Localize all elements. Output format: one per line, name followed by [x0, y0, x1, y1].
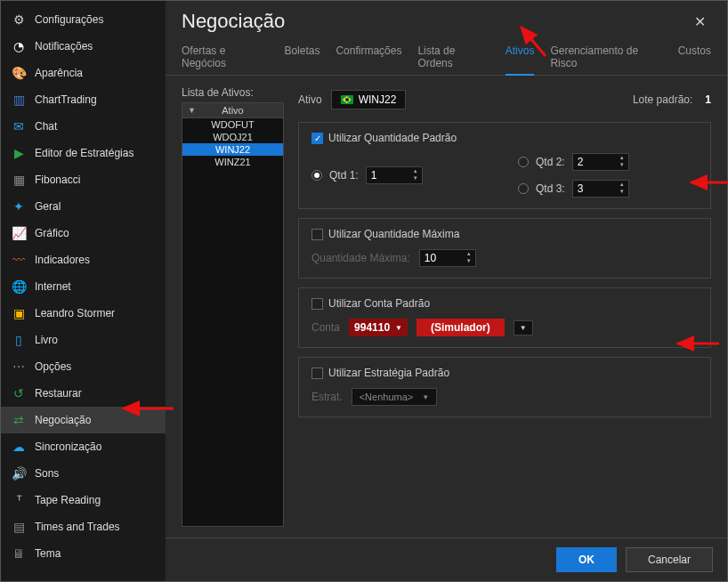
sidebar-item-tema[interactable]: 🖥Tema	[1, 540, 166, 567]
tab-boletas[interactable]: Boletas	[284, 44, 320, 75]
use-max-label: Utilizar Quantidade Máxima	[328, 228, 459, 240]
group-account: Utilizar Conta Padrão Conta 994110 ▼ (Si…	[298, 287, 711, 348]
tab-custos[interactable]: Custos	[678, 44, 711, 75]
negotiation-icon: ⇄	[12, 413, 26, 427]
stormer-icon: ▣	[12, 306, 26, 320]
account-extra-combo[interactable]: ▼	[514, 320, 533, 335]
asset-list-header[interactable]: ▼ Ativo	[182, 103, 283, 118]
qtd3-radio[interactable]	[518, 183, 529, 194]
qtd3-input[interactable]: ▲▼	[572, 180, 629, 198]
spin-down-icon[interactable]: ▼	[616, 161, 628, 168]
sidebar-item-label: Livro	[35, 334, 58, 346]
account-combo[interactable]: 994110 ▼	[349, 319, 408, 336]
strat-combo[interactable]: <Nenhuma> ▼	[352, 388, 437, 406]
sidebar-item-label: Notificações	[35, 40, 93, 53]
sidebar-item-aparência[interactable]: 🎨Aparência	[1, 60, 166, 86]
sidebar-item-geral[interactable]: ✦Geral	[1, 193, 166, 220]
qtd1-label: Qtd 1:	[329, 169, 359, 182]
account-type-chip[interactable]: (Simulador)	[417, 319, 505, 336]
qtd2-radio[interactable]	[518, 157, 529, 167]
graph-icon: 📈	[12, 226, 26, 240]
sidebar-item-notificações[interactable]: ◔Notificações	[1, 33, 166, 60]
asset-row[interactable]: WINJ22	[182, 143, 283, 156]
sidebar-item-gráfico[interactable]: 📈Gráfico	[1, 220, 166, 247]
sidebar-item-fibonacci[interactable]: ▦Fibonacci	[1, 166, 166, 193]
sidebar-item-label: Sincronização	[35, 441, 101, 453]
restore-icon: ↺	[12, 386, 26, 400]
asset-list-panel: Lista de Ativos: ▼ Ativo WDOFUTWDOJ21WIN…	[182, 86, 284, 527]
sidebar-item-negociação[interactable]: ⇄Negociação	[1, 407, 166, 433]
sidebar-item-sons[interactable]: 🔊Sons	[1, 460, 166, 487]
sidebar: ⚙Configurações◔Notificações🎨Aparência▥Ch…	[1, 1, 166, 581]
spin-up-icon[interactable]: ▲	[463, 250, 475, 257]
qtd1-input[interactable]: ▲▼	[366, 166, 423, 184]
spin-up-icon[interactable]: ▲	[616, 181, 628, 188]
qtd1-radio[interactable]	[311, 170, 322, 181]
palette-icon: 🎨	[12, 66, 26, 80]
sidebar-item-times-and-trades[interactable]: ▤Times and Trades	[1, 513, 166, 540]
sidebar-item-configurações[interactable]: ⚙Configurações	[1, 6, 166, 33]
lote-value: 1	[705, 93, 711, 106]
sidebar-item-label: Leandro Stormer	[35, 307, 115, 319]
sidebar-item-restaurar[interactable]: ↺Restaurar	[1, 380, 166, 407]
fibonacci-icon: ▦	[12, 173, 26, 187]
use-qty-checkbox[interactable]: ✓	[311, 133, 323, 144]
sidebar-item-label: Editor de Estratégias	[35, 147, 133, 159]
sidebar-item-label: Tema	[35, 547, 61, 560]
chat-icon: ✉	[12, 119, 26, 133]
lote-label: Lote padrão:	[633, 93, 692, 106]
sidebar-item-label: Restaurar	[35, 387, 82, 400]
asset-list-label: Lista de Ativos:	[182, 86, 284, 99]
sidebar-item-label: Negociação	[35, 414, 91, 426]
asset-row[interactable]: WDOJ21	[182, 131, 283, 143]
sidebar-item-internet[interactable]: 🌐Internet	[1, 273, 166, 300]
spin-down-icon[interactable]: ▼	[463, 257, 475, 264]
spin-up-icon[interactable]: ▲	[409, 167, 422, 174]
sidebar-item-tape-reading[interactable]: ᵀTape Reading	[1, 487, 166, 513]
tab-ofertas-e-negócios[interactable]: Ofertas e Negócios	[182, 44, 268, 75]
account-type-value: (Simulador)	[431, 321, 490, 334]
ativo-chip[interactable]: WINJ22	[331, 90, 407, 109]
options-icon: ⋯	[12, 360, 26, 374]
tab-confirmações[interactable]: Confirmações	[336, 44, 401, 75]
sidebar-item-opções[interactable]: ⋯Opções	[1, 353, 166, 380]
page-title: Negociação	[182, 10, 285, 33]
asset-column-header: Ativo	[222, 105, 243, 116]
spin-up-icon[interactable]: ▲	[616, 154, 628, 161]
sidebar-item-editor-de-estratégias[interactable]: ▶Editor de Estratégias	[1, 140, 166, 166]
sidebar-item-label: Indicadores	[35, 254, 90, 266]
sidebar-item-charttrading[interactable]: ▥ChartTrading	[1, 86, 166, 113]
sidebar-item-label: Gráfico	[35, 227, 69, 239]
spin-down-icon[interactable]: ▼	[616, 188, 628, 195]
max-input[interactable]: ▲▼	[419, 249, 476, 267]
spin-down-icon[interactable]: ▼	[409, 174, 422, 182]
sort-icon: ▼	[188, 106, 196, 115]
sidebar-item-livro[interactable]: ▯Livro	[1, 327, 166, 353]
book-icon: ▯	[12, 333, 26, 347]
strat-label: Estrat.	[311, 391, 343, 403]
tab-lista-de-ordens[interactable]: Lista de Ordens	[417, 44, 489, 75]
sidebar-item-label: ChartTrading	[35, 93, 97, 106]
use-max-checkbox[interactable]	[311, 229, 323, 240]
use-strat-checkbox[interactable]	[311, 368, 323, 379]
sync-icon: ☁	[12, 440, 26, 454]
tab-ativos[interactable]: Ativos	[506, 44, 535, 76]
use-account-checkbox[interactable]	[311, 298, 323, 310]
sidebar-item-label: Configurações	[35, 13, 103, 26]
sidebar-item-leandro-stormer[interactable]: ▣Leandro Stormer	[1, 300, 166, 327]
strategy-editor-icon: ▶	[12, 146, 26, 160]
sidebar-item-sincronização[interactable]: ☁Sincronização	[1, 433, 166, 460]
close-icon[interactable]: ✕	[689, 10, 711, 34]
sidebar-item-indicadores[interactable]: 〰Indicadores	[1, 247, 166, 273]
asset-row[interactable]: WDOFUT	[182, 118, 283, 131]
use-strat-label: Utilizar Estratégia Padrão	[328, 367, 449, 379]
tab-gerenciamento-de-risco[interactable]: Gerenciamento de Risco	[550, 44, 661, 75]
ok-button[interactable]: OK	[556, 547, 617, 572]
sidebar-item-chat[interactable]: ✉Chat	[1, 113, 166, 140]
asset-row[interactable]: WINZ21	[182, 156, 283, 168]
qtd2-input[interactable]: ▲▼	[572, 153, 629, 171]
dialog-footer: OK Cancelar	[166, 538, 727, 581]
tape-icon: ᵀ	[12, 493, 26, 507]
cancel-button[interactable]: Cancelar	[626, 547, 713, 572]
group-quantidade: ✓ Utilizar Quantidade Padrão Qtd 1: ▲▼ Q…	[298, 122, 711, 209]
